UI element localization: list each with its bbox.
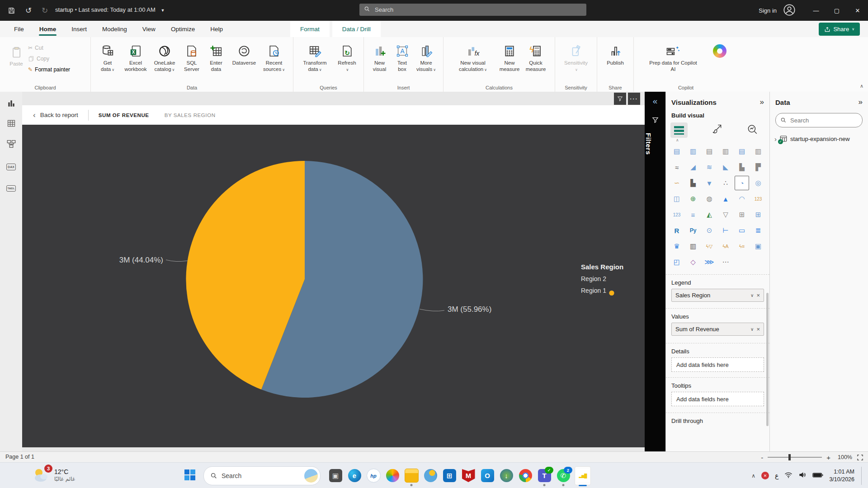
filters-pane-label[interactable]: Filters <box>645 133 652 155</box>
alert-tray-icon[interactable]: ✕ <box>761 472 769 479</box>
field-dropdown-icon[interactable]: ∨ <box>750 327 754 332</box>
power-automate-visual-icon[interactable]: ϟA <box>718 239 733 253</box>
copilot-logo-button[interactable] <box>709 40 730 84</box>
100-stacked-area-chart-icon[interactable]: ◣ <box>718 160 733 174</box>
azure-map-icon[interactable]: ▲ <box>718 192 733 206</box>
expand-table-icon[interactable]: › <box>774 135 777 143</box>
photos-icon[interactable] <box>423 467 438 485</box>
funnel-chart-icon[interactable]: ▼ <box>702 176 717 190</box>
menu-tab[interactable]: Help <box>203 21 231 37</box>
new-card-icon[interactable]: 123 <box>751 192 765 206</box>
clustered-bar-chart-icon[interactable]: ▤ <box>702 144 717 159</box>
line-stacked-column-chart-icon[interactable]: ▙ <box>735 160 749 174</box>
clustered-column-chart-icon[interactable]: ▥ <box>718 144 733 159</box>
dataverse-button[interactable]: Dataverse <box>228 40 260 84</box>
metrics-icon[interactable]: ♛ <box>670 239 684 253</box>
account-avatar[interactable] <box>783 4 796 18</box>
visual-more-options-button[interactable]: ··· <box>628 93 640 105</box>
chrome-icon[interactable] <box>518 467 533 485</box>
whatsapp-icon[interactable]: ✆ 2 <box>556 467 571 485</box>
save-icon[interactable] <box>5 5 17 16</box>
line-clustered-column-chart-icon[interactable]: ▛ <box>751 160 765 174</box>
menu-tab[interactable]: Home <box>32 21 64 37</box>
hidden-icons-chevron[interactable]: ∧ <box>751 473 755 479</box>
prep-data-copilot-button[interactable]: ✦✦ Prep data for CopilotAI <box>642 40 705 84</box>
r-script-visual-icon[interactable]: R <box>670 223 684 238</box>
battery-icon[interactable] <box>812 472 823 479</box>
contextual-tab[interactable]: Data / Drill <box>332 21 381 37</box>
copilot-icon[interactable] <box>385 467 400 485</box>
transform-data-button[interactable]: Transformdata∨ <box>297 40 334 84</box>
build-visual-tab[interactable] <box>670 122 688 138</box>
paste-button[interactable]: Paste <box>5 41 28 75</box>
stacked-area-chart-icon[interactable]: ≋ <box>702 160 717 174</box>
text-box-button[interactable]: A Textbox <box>392 40 413 84</box>
details-drop-zone[interactable]: Add data fields here <box>671 357 764 372</box>
map-icon[interactable]: ⊕ <box>686 192 700 206</box>
legend-item-region-2[interactable]: Region 2 <box>581 275 642 282</box>
minimize-button[interactable]: — <box>806 0 826 21</box>
stacked-column-chart-icon[interactable]: ▥ <box>686 144 700 159</box>
close-button[interactable]: ✕ <box>847 0 868 21</box>
donut-chart-icon[interactable]: ◎ <box>751 176 765 190</box>
titlebar-search-input[interactable]: Search <box>359 4 586 16</box>
onelake-catalog-button[interactable]: OneLakecatalog∨ <box>150 40 179 84</box>
collapse-ribbon-icon[interactable]: ∧ <box>860 83 863 89</box>
filled-map-icon[interactable]: ◍ <box>702 192 717 206</box>
report-view-button[interactable] <box>0 95 22 112</box>
cut-button[interactable]: ✂Cut <box>28 42 70 53</box>
matrix-icon[interactable]: ⊞ <box>751 207 765 222</box>
back-to-report-link[interactable]: Back to report <box>40 112 78 118</box>
100-stacked-bar-chart-icon[interactable]: ▤ <box>735 144 749 159</box>
kpi-icon[interactable]: ◭ <box>702 207 717 222</box>
zoom-slider[interactable] <box>768 457 822 458</box>
table-icon[interactable]: ⊞ <box>735 207 749 222</box>
multi-row-card-icon[interactable]: ≡ <box>686 207 700 222</box>
publish-button[interactable]: Publish <box>601 40 630 84</box>
slicer-new-icon[interactable]: ⊙ <box>702 223 717 238</box>
stacked-bar-chart-icon[interactable]: ▤ <box>670 144 684 159</box>
area-chart-icon[interactable]: ◢ <box>686 160 700 174</box>
decomposition-tree-icon[interactable]: ⊢ <box>718 223 733 238</box>
smart-narrative-icon[interactable]: ▭ <box>735 223 749 238</box>
panel-scrollbar[interactable] <box>766 293 769 426</box>
zoom-in-button[interactable]: + <box>826 454 830 461</box>
wifi-icon[interactable] <box>784 472 793 480</box>
teams-icon[interactable]: T ✓ <box>537 467 552 485</box>
power-automate-icon[interactable]: ⋙ <box>702 255 717 269</box>
refresh-button[interactable]: ↻ Refresh∨ <box>334 40 361 84</box>
menu-tab[interactable]: Insert <box>64 21 94 37</box>
outlook-icon[interactable]: O <box>480 467 495 485</box>
zoom-slider-thumb[interactable] <box>788 454 791 460</box>
icon-map-icon[interactable]: ◇ <box>686 255 700 269</box>
legend-field-pill[interactable]: Sales Region ∨ × <box>671 289 764 302</box>
scripted-visual-icon[interactable]: ϟ≡ <box>735 239 749 253</box>
sensitivity-button[interactable]: Sensitivity∨ <box>558 40 594 84</box>
card-icon[interactable]: 123 <box>670 207 684 222</box>
quick-measure-button[interactable]: ϟ Quickmeasure <box>523 40 549 84</box>
enter-data-button[interactable]: Enterdata <box>204 40 228 84</box>
remove-field-icon[interactable]: × <box>756 292 760 299</box>
redo-icon[interactable]: ↻ <box>39 5 51 16</box>
more-visuals-button[interactable]: Morevisuals∨ <box>413 40 439 84</box>
tmdl-view-button[interactable]: TMDL <box>0 180 22 197</box>
new-measure-button[interactable]: Newmeasure <box>496 40 523 84</box>
excel-workbook-button[interactable]: X Excelworkbook <box>122 40 150 84</box>
slicer-icon[interactable]: ▽ <box>718 207 733 222</box>
legend-item-region-1[interactable]: Region 1 <box>581 287 642 294</box>
search-highlight-thumbnail[interactable] <box>304 469 318 483</box>
scatter-chart-icon[interactable]: ∴ <box>718 176 733 190</box>
new-visual-button[interactable]: Newvisual <box>368 40 392 84</box>
analytics-tab[interactable] <box>746 124 758 137</box>
data-search-input[interactable]: Search <box>775 113 863 127</box>
sql-server-button[interactable]: SQLServer <box>179 40 204 84</box>
volume-icon[interactable] <box>798 471 807 480</box>
visual-filter-button[interactable] <box>614 93 626 105</box>
file-explorer-icon[interactable] <box>404 467 419 485</box>
more-visuals-ellipsis-icon[interactable]: ⋯ <box>718 255 733 269</box>
model-view-button[interactable] <box>0 136 22 152</box>
gauge-icon[interactable]: ◠ <box>735 192 749 206</box>
100-stacked-column-chart-icon[interactable]: ▥ <box>751 144 765 159</box>
dax-query-view-button[interactable]: DAX <box>0 159 22 175</box>
format-visual-tab[interactable] <box>711 124 723 137</box>
